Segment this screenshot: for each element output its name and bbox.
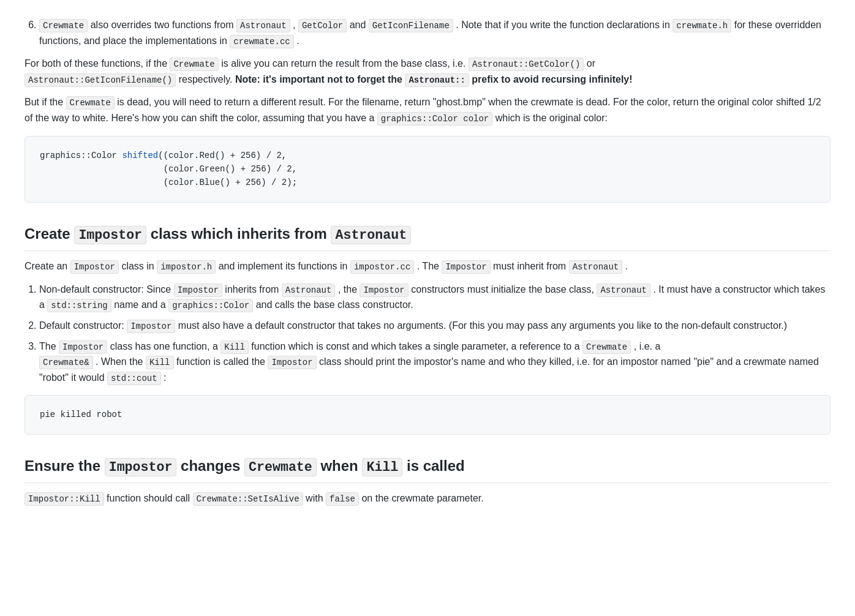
text-function-const: function which is const and which takes … [251, 341, 582, 351]
text-but-if: But if the [24, 97, 66, 107]
text-period: . [296, 36, 299, 46]
text-nondefault: Non-default constructor: Since [39, 284, 174, 295]
crewmate-ref: Crewmate [39, 20, 88, 30]
astronaut-ref: Astronaut [236, 20, 290, 30]
heading-is-called-text: is called [407, 457, 465, 474]
text-colon: : [164, 372, 166, 383]
text-note-bold: Note: it's important not to forget the [235, 74, 405, 85]
crewmate-h-ref: crewmate.h [672, 20, 731, 30]
heading-class-text: class which inherits from [151, 225, 331, 242]
both-functions-paragraph: For both of these functions, if the Crew… [24, 56, 831, 87]
text-the-impostor2: , the [338, 284, 360, 295]
text-must-inherit: must inherit from [493, 261, 569, 271]
impostor-ref6: Impostor [59, 340, 107, 354]
color-shift-code: graphics::Color shifted((color.Red() + 2… [40, 149, 815, 190]
list-item-2: Default constructor: Impostor must also … [39, 318, 831, 334]
crewmate-setisalive-ref: Crewmate::SetIsAlive [193, 492, 303, 506]
graphics-color-ref: graphics::Color [168, 299, 253, 312]
text-class-one: class has one function, a [110, 341, 221, 351]
crewmate-cc-ref: crewmate.cc [230, 36, 293, 46]
impostor-ref2: Impostor [442, 260, 490, 274]
create-impostor-paragraph: Create an Impostor class in impostor.h a… [24, 258, 831, 274]
heading-impostor-code: Impostor [74, 226, 146, 244]
impostor-ref3: Impostor [174, 284, 222, 297]
astronaut-ref3: Astronaut [282, 284, 336, 297]
text-for-both: For both of these functions, if the [24, 58, 170, 69]
text-and-implement: and implement its functions in [219, 261, 350, 271]
crewmate-code: Crewmate [170, 58, 218, 71]
text-also: also overrides two functions from [91, 20, 236, 30]
list-item-1: Non-default constructor: Since Impostor … [39, 282, 831, 313]
pie-killed-code-block: pie killed robot [24, 395, 831, 434]
text-inherits: inherits from [225, 284, 281, 295]
text-respectively: respectively. [179, 74, 235, 85]
stdcout-ref: std::cout [107, 372, 161, 385]
text-comma: , [293, 20, 298, 30]
pie-killed-code: pie killed robot [40, 408, 815, 421]
text-with: with [306, 493, 326, 503]
text-and: and [350, 20, 369, 30]
astronaut-prefix-code: Astronaut:: [405, 73, 469, 87]
create-impostor-heading: Create Impostor class which inherits fro… [24, 222, 831, 252]
color-shift-code-block: graphics::Color shifted((color.Red() + 2… [24, 136, 831, 203]
ensure-paragraph: Impostor::Kill function should call Crew… [24, 490, 831, 506]
text-when-the: . When the [96, 356, 146, 367]
impostor-ref7: Impostor [268, 356, 316, 369]
heading-changes-text: changes [181, 457, 244, 474]
text-the-impostor: . The [417, 261, 442, 271]
astronaut-getcolor-code: Astronaut::GetColor() [469, 58, 584, 71]
text-which: which is the original color: [495, 113, 608, 123]
text-prefix-bold: prefix to avoid recursing infinitely! [472, 74, 632, 85]
text-create-an: Create an [24, 261, 70, 271]
text-default: Default constructor: [39, 320, 127, 331]
geticonfilename-ref: GetIconFilename [369, 20, 453, 30]
stdstring-ref: std::string [47, 299, 111, 312]
text-constructors: constructors must initialize the base cl… [411, 284, 597, 295]
text-alive: is alive you can return the result from … [221, 58, 469, 69]
getcolor-ref: GetColor [298, 20, 347, 30]
text-function-should-call: function should call [107, 493, 193, 503]
impostor-kill-ref: Impostor::Kill [24, 492, 104, 506]
text-the-impostor3: The [39, 341, 59, 351]
astronaut-geticonfilename-code: Astronaut::GetIconFilename() [24, 73, 176, 87]
text-name-and: name and a [114, 299, 168, 310]
list-item-3: The Impostor class has one function, a K… [39, 339, 831, 386]
impostor-h-ref: impostor.h [157, 260, 216, 274]
text-ie-a: , i.e. a [634, 341, 661, 351]
heading-when-text: when [320, 457, 362, 474]
heading-create-text: Create [24, 225, 74, 242]
heading-astronaut-code: Astronaut [331, 226, 411, 244]
kill-ref: Kill [220, 340, 249, 354]
impostor-cc-ref: impostor.cc [350, 260, 414, 274]
kill-ref2: Kill [146, 356, 174, 369]
graphics-color-code: graphics::Color color [377, 112, 492, 126]
text-must-also: must also have a default constructor tha… [178, 320, 787, 331]
text-function-called: function is called the [176, 356, 268, 367]
astronaut-ref4: Astronaut [597, 284, 650, 297]
impostor-ref: Impostor [70, 260, 119, 274]
text-on-crewmate: on the crewmate parameter. [361, 493, 483, 503]
crewmateref-ref: Crewmate& [39, 356, 93, 369]
text-note: . Note that if you write the function de… [456, 20, 672, 30]
heading-impostor-code2: Impostor [105, 458, 177, 476]
text-or: or [587, 58, 595, 69]
text-period2: . [625, 261, 628, 271]
astronaut-ref2: Astronaut [569, 260, 623, 274]
text-class-in: class in [121, 261, 157, 271]
heading-ensure-text: Ensure the [24, 457, 105, 474]
list-item-6: Crewmate also overrides two functions fr… [39, 17, 831, 48]
false-ref: false [326, 492, 359, 506]
impostor-requirements-list: Non-default constructor: Since Impostor … [39, 282, 831, 386]
heading-crewmate-code: Crewmate [244, 458, 317, 476]
crewmate-dead-code: Crewmate [66, 96, 115, 110]
ensure-impostor-heading: Ensure the Impostor changes Crewmate whe… [24, 454, 831, 484]
crewmate-ref2: Crewmate [582, 340, 631, 354]
dead-crewmate-paragraph: But if the Crewmate is dead, you will ne… [24, 94, 831, 126]
text-calls-base: and calls the base class constructor. [256, 299, 413, 310]
impostor-ref4: Impostor [360, 284, 408, 297]
heading-kill-code: Kill [362, 458, 402, 476]
impostor-ref5: Impostor [127, 320, 175, 333]
